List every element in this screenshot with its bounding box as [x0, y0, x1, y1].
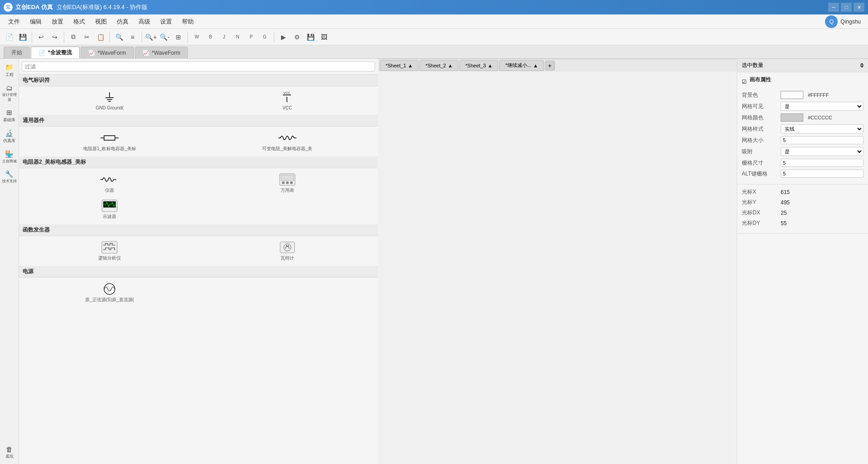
user-avatar[interactable]: Q	[825, 15, 838, 28]
inductor-symbol[interactable]: 可变电阻_美解电容器_美	[200, 129, 376, 154]
grid-visible-select[interactable]: 是 否	[781, 102, 863, 111]
redo-button[interactable]: ↪	[48, 31, 61, 43]
func-gen-grid: 逻辑分析仪 瓦特计	[19, 236, 378, 266]
tab-wave1-icon: 📈	[88, 50, 95, 56]
save-button[interactable]: 💾	[16, 31, 29, 43]
grid-unit-input[interactable]	[781, 159, 863, 167]
rail-support[interactable]: 🔧 技术支持	[1, 167, 18, 186]
gnd-label: GND Ground(	[95, 105, 124, 110]
snap-select[interactable]: 是 否	[781, 147, 863, 156]
bus-btn[interactable]: B	[204, 31, 217, 43]
wire-btn[interactable]: W	[191, 31, 203, 43]
snap-label: 吸附	[742, 148, 778, 156]
inductor2-symbol[interactable]: 仪器	[22, 171, 198, 195]
multimeter-symbol[interactable]: 万用表	[200, 171, 376, 195]
sine-source-icon	[100, 282, 119, 296]
zoom-fit-button[interactable]: ⊞	[172, 31, 185, 43]
run-sim-btn[interactable]: ▶	[277, 31, 290, 43]
menu-edit[interactable]: 编辑	[25, 16, 46, 28]
rail-basic-lib[interactable]: ⊞ 基础库	[1, 106, 18, 126]
menu-format[interactable]: 格式	[69, 16, 90, 28]
btab-continue[interactable]: *继续减小... ▲	[499, 60, 544, 71]
close-button[interactable]: ✕	[854, 3, 864, 12]
rail-basic-label: 基础库	[3, 117, 15, 123]
toolbar: 📄 💾 ↩ ↪ ⧉ ✂ 📋 🔍 ≡ 🔍+ 🔍- ⊞ W B J N P G ▶ …	[0, 29, 868, 45]
rail-project-label: 工程	[5, 72, 14, 78]
export-btn[interactable]: 💾	[304, 31, 317, 43]
canvas-props-checkbox[interactable]: ☑	[742, 79, 747, 85]
bg-color-value[interactable]	[781, 91, 803, 99]
gnd-btn[interactable]: G	[258, 31, 271, 43]
tab-waveform2[interactable]: 📈 *WaveForm	[135, 47, 188, 58]
wattmeter-symbol[interactable]: 瓦特计	[200, 239, 376, 263]
minimize-button[interactable]: ─	[828, 3, 839, 12]
btab-sheet3[interactable]: *Sheet_3 ▲	[459, 60, 498, 71]
undo-button[interactable]: ↩	[35, 31, 48, 43]
rail-shop[interactable]: 🏪 立创商城	[1, 147, 18, 166]
sim-settings-btn[interactable]: ⚙	[291, 31, 303, 43]
basic-lib-icon: ⊞	[6, 109, 12, 117]
cut-button[interactable]: ✂	[81, 31, 93, 43]
grid-color-value[interactable]	[781, 114, 803, 122]
net-btn[interactable]: N	[231, 31, 244, 43]
menu-help[interactable]: 帮助	[177, 16, 198, 28]
grid-color-label: 网格颜色	[742, 114, 778, 122]
junction-btn[interactable]: J	[218, 31, 230, 43]
zoom-in-button[interactable]: 🔍+	[145, 31, 157, 43]
menu-settings[interactable]: 设置	[156, 16, 176, 28]
filter-area	[19, 59, 378, 75]
pcb-btn[interactable]: 🖼	[318, 31, 330, 43]
rail-sim-lib[interactable]: 🔬 仿真库	[1, 127, 18, 147]
menu-file[interactable]: 文件	[4, 16, 24, 28]
tab-fullwave[interactable]: 📄 *全波整流	[31, 47, 80, 58]
filter-input[interactable]	[22, 62, 375, 71]
new-button[interactable]: 📄	[3, 31, 15, 43]
tab-start[interactable]: 开始	[4, 47, 30, 58]
btab-sheet2-arrow: ▲	[448, 63, 453, 68]
logic-analyzer-symbol[interactable]: 逻辑分析仪	[22, 239, 198, 263]
menu-place[interactable]: 放置	[47, 16, 68, 28]
rail-project[interactable]: 📁 工程	[1, 61, 18, 80]
list-button[interactable]: ≡	[126, 31, 139, 43]
menu-view[interactable]: 视图	[91, 16, 111, 28]
tab-waveform1[interactable]: 📈 *WaveForm	[81, 47, 134, 58]
design-mgr-icon: 🗂	[6, 84, 13, 92]
paste-button[interactable]: 📋	[94, 31, 107, 43]
tab-start-label: 开始	[11, 49, 22, 57]
zoom-out-button[interactable]: 🔍-	[158, 31, 171, 43]
power-btn[interactable]: P	[245, 31, 258, 43]
resistor-euro-symbol[interactable]: 电阻器1_欧标电容器_美标	[22, 129, 198, 154]
search-button[interactable]: 🔍	[113, 31, 125, 43]
inductor2-icon	[100, 173, 119, 186]
common-comps-grid: 电阻器1_欧标电容器_美标 可变电阻_美解电容器_美	[19, 127, 378, 156]
btab-sheet2[interactable]: *Sheet_2 ▲	[420, 60, 458, 71]
rail-trash-label: 底坑	[5, 454, 14, 459]
menubar: 文件 编辑 放置 格式 视图 仿真 高级 设置 帮助 Q Qingshu	[0, 14, 868, 29]
resistor-euro-icon	[100, 131, 119, 145]
btab-sheet1[interactable]: *Sheet_1 ▲	[380, 60, 419, 71]
grid-size-input[interactable]	[781, 136, 863, 144]
sine-source-symbol[interactable]: 原_正弦源(S)原_直流源(	[22, 280, 198, 305]
window-title: 立创EDA(标准版) 6.4.19.4 - 协作版	[57, 3, 828, 11]
alt-grid-row: ALT键栅格	[742, 170, 863, 178]
grid-style-select[interactable]: 实线 虚线 点	[781, 124, 863, 133]
grid-size-label: 网格大小	[742, 137, 778, 144]
btab-sheet1-arrow: ▲	[408, 63, 413, 68]
toolbar-separator-6	[274, 32, 274, 43]
rail-design-mgr[interactable]: 🗂 设计管理器	[1, 81, 18, 105]
alt-grid-input[interactable]	[781, 170, 863, 178]
btab-sheet3-arrow: ▲	[488, 63, 493, 68]
icon-rail: 📁 工程 🗂 设计管理器 ⊞ 基础库 🔬 仿真库 🏪 立创商城 🔧 技术支持 🗑…	[0, 59, 19, 464]
maximize-button[interactable]: □	[841, 3, 852, 12]
copy-button[interactable]: ⧉	[67, 31, 80, 43]
oscilloscope-symbol[interactable]: 示波器	[22, 197, 198, 222]
menu-advanced[interactable]: 高级	[134, 16, 155, 28]
vcc-symbol[interactable]: VCC VCC	[200, 89, 376, 112]
gnd-symbol[interactable]: GND Ground(	[22, 89, 198, 112]
cursor-y-row: 光标Y 495	[742, 199, 863, 206]
rail-trash[interactable]: 🗑 底坑	[1, 443, 18, 462]
alt-grid-label: ALT键栅格	[742, 170, 778, 178]
cursor-y-label: 光标Y	[742, 199, 778, 206]
btab-add-button[interactable]: +	[545, 61, 555, 71]
menu-sim[interactable]: 仿真	[112, 16, 133, 28]
